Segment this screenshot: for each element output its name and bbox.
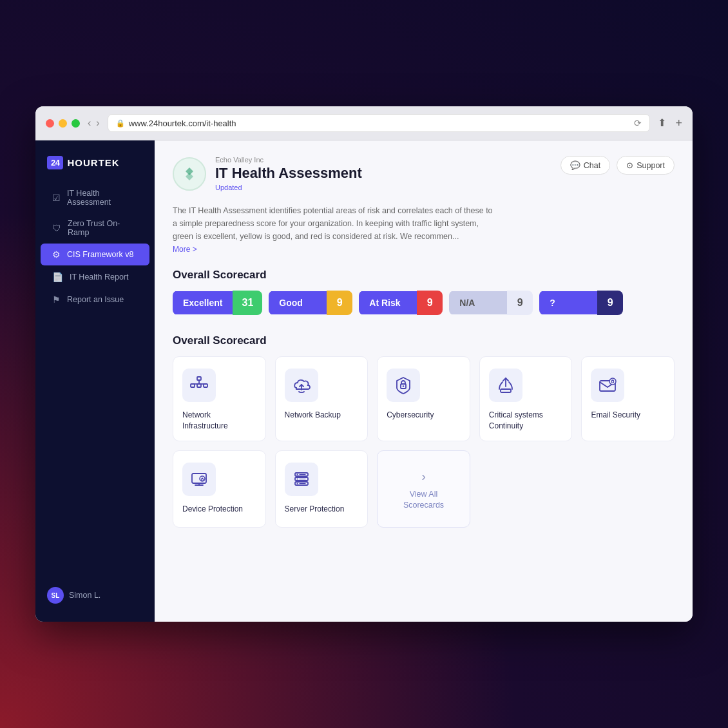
card-server-protection[interactable]: Server Protection: [275, 450, 369, 528]
view-all-label: View AllScorecards: [403, 489, 444, 512]
header-actions: 💬 Chat ⊙ Support: [560, 156, 675, 175]
server-protection-icon: [291, 469, 312, 490]
card-icon-wrap-device-protection: [182, 463, 216, 496]
svg-point-8: [403, 385, 404, 387]
score-value-atrisk: 9: [417, 291, 443, 315]
svg-point-22: [296, 478, 298, 479]
close-button[interactable]: [46, 119, 54, 128]
card-cybersecurity[interactable]: Cybersecurity: [377, 356, 470, 441]
sidebar-footer: SL Simon L.: [35, 579, 155, 611]
score-value-na: 9: [507, 291, 533, 315]
score-pill-excellent[interactable]: Excellent 31: [173, 291, 262, 315]
score-pill-atrisk[interactable]: At Risk 9: [359, 291, 443, 315]
card-network-backup[interactable]: Network Backup: [275, 356, 369, 441]
browser-chrome: ‹ › 🔒 www.24hourtek.com/it-health ⟳ ⬆ +: [35, 106, 693, 140]
card-icon-wrap-network-backup: [285, 369, 318, 402]
address-bar[interactable]: 🔒 www.24hourtek.com/it-health ⟳: [108, 114, 651, 132]
sidebar-item-it-report[interactable]: 📄 IT Health Report: [41, 266, 149, 288]
critical-systems-icon: [495, 375, 516, 396]
svg-point-21: [296, 474, 298, 475]
browser-actions: ⬆ +: [658, 117, 682, 130]
score-label-excellent: Excellent: [173, 291, 233, 314]
chat-icon: 💬: [570, 160, 580, 170]
document-icon: 📄: [52, 272, 63, 282]
cards-grid-row1: Network Infrastructure Network: [173, 356, 675, 441]
maximize-button[interactable]: [72, 119, 80, 128]
card-critical-systems[interactable]: Critical systems Continuity: [479, 356, 573, 441]
svg-rect-9: [501, 389, 511, 392]
sidebar-item-label: CIS Framework v8: [67, 250, 134, 259]
score-label-good: Good: [269, 291, 327, 314]
score-pill-na[interactable]: N/A 9: [449, 291, 533, 315]
cybersecurity-icon: [393, 375, 414, 396]
card-icon-wrap-email-security: [591, 369, 624, 402]
svg-point-23: [296, 483, 298, 484]
flag-icon: ⚑: [52, 294, 61, 305]
main-content: Echo Valley Inc IT Health Assessment Upd…: [155, 140, 693, 622]
support-button[interactable]: ⊙ Support: [617, 156, 675, 175]
card-label-network-infra: Network Infrastructure: [182, 410, 256, 432]
score-value-good: 9: [327, 291, 352, 315]
forward-button[interactable]: ›: [96, 117, 99, 129]
sidebar-logo: 24 HOURTEK: [35, 151, 155, 182]
page-header: Echo Valley Inc IT Health Assessment Upd…: [173, 156, 675, 191]
chat-button[interactable]: 💬 Chat: [560, 156, 610, 175]
header-left: Echo Valley Inc IT Health Assessment Upd…: [173, 156, 362, 191]
nav-buttons: ‹ ›: [88, 117, 100, 129]
score-pill-unknown[interactable]: ? 9: [539, 291, 623, 315]
traffic-lights: [46, 119, 80, 128]
score-pill-good[interactable]: Good 9: [269, 291, 352, 315]
description-area: The IT Health Assessment identifies pote…: [173, 204, 675, 254]
sidebar-item-zero-trust[interactable]: 🛡 Zero Trust On-Ramp: [41, 213, 149, 243]
logo-text: HOURTEK: [67, 157, 119, 168]
sidebar-item-report-issue[interactable]: ⚑ Report an Issue: [41, 289, 149, 311]
logo-badge: 24: [47, 156, 63, 169]
sidebar-nav: ☑ IT Health Assessment 🛡 Zero Trust On-R…: [35, 182, 155, 579]
card-icon-wrap-server-protection: [285, 463, 318, 496]
more-link[interactable]: More >: [173, 245, 197, 254]
sidebar-item-it-health[interactable]: ☑ IT Health Assessment: [41, 183, 149, 213]
card-label-network-backup: Network Backup: [285, 410, 341, 421]
user-avatar: SL: [47, 587, 64, 604]
scorecard-row: Excellent 31 Good 9 At Risk 9 N/A 9: [173, 291, 675, 315]
device-protection-icon: [189, 469, 209, 490]
card-label-device-protection: Device Protection: [182, 504, 243, 515]
card-icon-wrap-critical-systems: [489, 369, 522, 402]
sidebar: 24 HOURTEK ☑ IT Health Assessment 🛡 Zero…: [35, 140, 155, 622]
sidebar-item-cis[interactable]: ⚙ CIS Framework v8: [41, 244, 149, 265]
sidebar-item-label: IT Health Report: [70, 273, 128, 282]
share-icon[interactable]: ⬆: [658, 117, 666, 130]
browser-body: 24 HOURTEK ☑ IT Health Assessment 🛡 Zero…: [35, 140, 693, 622]
cards-section-title: Overall Scorecard: [173, 334, 675, 347]
url-text: www.24hourtek.com/it-health: [129, 119, 236, 128]
reload-button[interactable]: ⟳: [634, 118, 642, 128]
card-network-infra[interactable]: Network Infrastructure: [173, 356, 266, 441]
card-label-server-protection: Server Protection: [285, 504, 345, 515]
page-title: IT Health Assessment: [215, 165, 362, 182]
score-label-unknown: ?: [539, 291, 597, 314]
lock-icon: 🔒: [116, 119, 125, 128]
clipboard-icon: ☑: [52, 193, 61, 203]
sidebar-item-label: Report an Issue: [67, 295, 124, 304]
minimize-button[interactable]: [59, 119, 67, 128]
back-button[interactable]: ‹: [88, 117, 91, 129]
score-label-atrisk: At Risk: [359, 291, 417, 314]
email-security-icon: [597, 375, 618, 396]
score-value-unknown: 9: [597, 291, 623, 315]
company-name: Echo Valley Inc: [215, 156, 362, 164]
card-view-all[interactable]: › View AllScorecards: [377, 450, 470, 528]
card-label-critical-systems: Critical systems Continuity: [489, 410, 563, 432]
card-icon-wrap-network-infra: [182, 369, 216, 402]
scorecard-section-title: Overall Scorecard: [173, 269, 675, 282]
description-text: The IT Health Assessment identifies pote…: [173, 204, 495, 243]
new-tab-icon[interactable]: +: [675, 117, 682, 130]
browser-window: ‹ › 🔒 www.24hourtek.com/it-health ⟳ ⬆ + …: [35, 106, 693, 622]
network-infrastructure-icon: [189, 375, 209, 396]
user-name: Simon L.: [69, 591, 101, 600]
company-avatar: [173, 157, 206, 191]
shield-icon: 🛡: [52, 223, 61, 233]
score-label-na: N/A: [449, 291, 507, 314]
svg-rect-0: [197, 377, 201, 380]
card-device-protection[interactable]: Device Protection: [173, 450, 266, 528]
card-email-security[interactable]: Email Security: [581, 356, 675, 441]
